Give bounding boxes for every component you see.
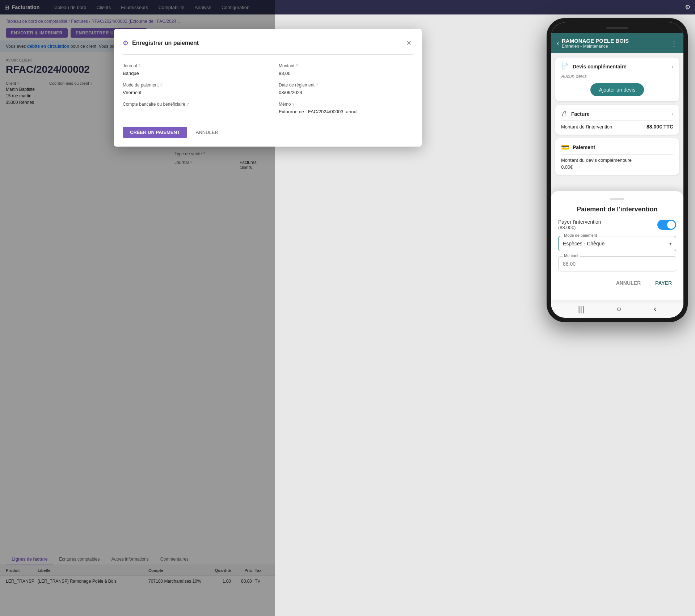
payment-amount-label: Montant	[563, 253, 580, 258]
date-label: Date de règlement ?	[279, 83, 413, 88]
intervention-label: Montant de l'intervention	[561, 124, 612, 130]
form-montant: Montant ? 88,00	[279, 63, 413, 77]
facture-divider	[561, 121, 673, 121]
paiement-icon: 💳	[561, 143, 569, 151]
phone-bottom-bar: ||| ○ ‹	[551, 300, 683, 318]
devis-icon: 📄	[561, 63, 569, 71]
phone-popup: Paiement de l'intervention Payer l'inter…	[551, 191, 683, 300]
phone-header: ‹ RAMONAGE POELE BOIS Entretien - Mainte…	[551, 33, 683, 53]
paiement-divider	[561, 154, 673, 155]
memo-help[interactable]: ?	[292, 102, 294, 106]
phone-home-button[interactable]: |||	[578, 304, 584, 314]
phone-more-button[interactable]: ⋮	[670, 39, 678, 48]
modal-icon: ⚙	[123, 39, 129, 47]
toggle-label-group: Payer l'intervention (88.00€)	[558, 219, 601, 230]
form-date: Date de règlement ? 03/09/2024	[279, 83, 413, 96]
payment-mode-select[interactable]: Espèces - Chèque	[558, 236, 676, 251]
modal-actions: CRÉER UN PAIEMENT ANNULER	[123, 124, 413, 138]
facture-title: Facture	[571, 111, 668, 117]
popup-title: Paiement de l'intervention	[558, 206, 676, 213]
devis-empty-text: Aucun devis	[561, 73, 673, 79]
close-icon[interactable]: ✕	[405, 38, 413, 48]
form-mode: Mode de paiement ? Virement	[123, 83, 257, 96]
paiement-amount: 0,00€	[561, 164, 673, 170]
facture-card-header: 🖨 Facture ›	[561, 110, 673, 118]
paiement-sub: Montant du devis complémentaire	[561, 157, 673, 163]
phone-device: ‹ RAMONAGE POELE BOIS Entretien - Mainte…	[547, 18, 688, 322]
modal-form: Journal ? Banque Mode de paiement ? Vire…	[123, 63, 413, 115]
phone-facture-card: 🖨 Facture › Montant de l'intervention 88…	[555, 105, 679, 135]
paiement-card-header: 💳 Paiement	[561, 143, 673, 151]
toggle-row: Payer l'intervention (88.00€)	[558, 219, 676, 230]
compte-value[interactable]	[123, 108, 257, 110]
popup-actions: ANNULER PAYER	[558, 277, 676, 289]
journal-label: Journal ?	[123, 63, 257, 68]
payment-toggle[interactable]	[657, 220, 676, 230]
phone-paiement-card: 💳 Paiement Montant du devis complémentai…	[555, 138, 679, 175]
phone-back-nav-button[interactable]: ‹	[654, 304, 656, 314]
phone-title-group: RAMONAGE POELE BOIS Entretien - Maintena…	[562, 38, 667, 49]
payment-amount-input[interactable]	[558, 256, 676, 271]
popup-handle	[610, 198, 624, 200]
memo-value: Extourne de : FAC/2024/00003, annul	[279, 108, 413, 115]
date-help[interactable]: ?	[316, 83, 318, 87]
devis-card-header: 📄 Devis complémentaire ›	[561, 63, 673, 71]
payment-amount-group: Montant	[558, 256, 676, 271]
paiement-title: Paiement	[573, 144, 595, 150]
montant-value[interactable]: 88,00	[279, 70, 413, 77]
compte-help[interactable]: ?	[187, 102, 189, 106]
devis-title: Devis complémentaire	[573, 64, 668, 69]
modal-cancel-button[interactable]: ANNULER	[191, 127, 223, 138]
form-memo: Mémo ? Extourne de : FAC/2024/00003, ann…	[279, 102, 413, 115]
settings-icon[interactable]: ⚙	[685, 3, 691, 11]
montant-help[interactable]: ?	[296, 64, 298, 68]
compte-label: Compte bancaire du bénéficiaire ?	[123, 102, 257, 107]
mode-help[interactable]: ?	[160, 83, 162, 87]
modal-header: ⚙ Enregistrer un paiement ✕	[123, 38, 413, 55]
phone-company-name: RAMONAGE POELE BOIS	[562, 38, 667, 44]
modal-right-col: Montant ? 88,00 Date de règlement ? 03/0…	[279, 63, 413, 115]
journal-help[interactable]: ?	[138, 64, 140, 68]
add-devis-button[interactable]: Ajouter un devis	[590, 83, 644, 96]
montant-label: Montant ?	[279, 63, 413, 68]
intervention-amount: 88.00€ TTC	[646, 124, 673, 130]
payment-modal: ⚙ Enregistrer un paiement ✕ Journal ? Ba…	[114, 29, 422, 147]
facture-arrow-icon[interactable]: ›	[671, 111, 673, 117]
devis-arrow-icon[interactable]: ›	[671, 63, 673, 70]
mode-label: Mode de paiement ?	[123, 83, 257, 88]
phone-devis-card: 📄 Devis complémentaire › Aucun devis Ajo…	[555, 58, 679, 101]
journal-value[interactable]: Banque	[123, 70, 257, 77]
form-compte: Compte bancaire du bénéficiaire ?	[123, 102, 257, 110]
toggle-amount: (88.00€)	[558, 225, 601, 230]
payment-mode-label: Mode de paiement	[563, 233, 598, 237]
modal-left-col: Journal ? Banque Mode de paiement ? Vire…	[123, 63, 257, 115]
phone-circle-button[interactable]: ○	[616, 304, 621, 314]
phone-screen: ‹ RAMONAGE POELE BOIS Entretien - Mainte…	[551, 22, 683, 318]
facture-icon: 🖨	[561, 110, 568, 118]
popup-pay-button[interactable]: PAYER	[651, 277, 676, 289]
form-journal: Journal ? Banque	[123, 63, 257, 77]
date-value[interactable]: 03/09/2024	[279, 89, 413, 96]
modal-title: Enregistrer un paiement	[132, 40, 405, 46]
phone-back-button[interactable]: ‹	[557, 39, 559, 47]
mode-value[interactable]: Virement	[123, 89, 257, 96]
memo-label: Mémo ?	[279, 102, 413, 107]
popup-cancel-button[interactable]: ANNULER	[612, 277, 645, 289]
payment-mode-group: Mode de paiement Espèces - Chèque ▾	[558, 236, 676, 251]
phone-subtitle: Entretien - Maintenance	[562, 44, 667, 49]
invoice-amount-row: Montant de l'intervention 88.00€ TTC	[561, 124, 673, 130]
toggle-label: Payer l'intervention	[558, 219, 601, 225]
create-payment-button[interactable]: CRÉER UN PAIEMENT	[123, 127, 187, 138]
